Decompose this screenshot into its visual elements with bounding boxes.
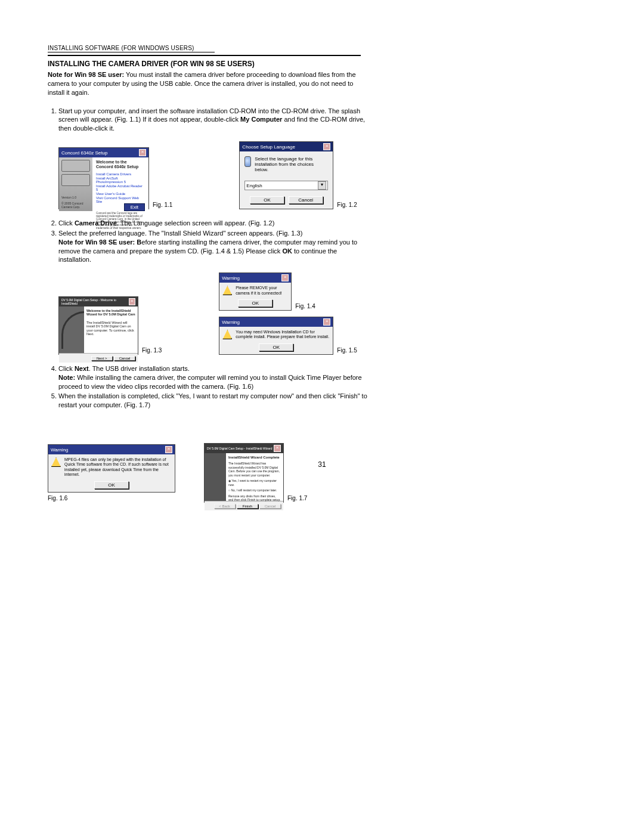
step-3: Select the preferred language. The "Inst… bbox=[58, 229, 371, 264]
version-label: Version 1.0 bbox=[61, 196, 90, 199]
step-text: While installing the camera driver, the … bbox=[58, 374, 362, 390]
window-title: Warning bbox=[222, 275, 240, 281]
wizard-graphic bbox=[59, 306, 84, 353]
exit-button[interactable]: Exit bbox=[124, 203, 145, 211]
close-icon[interactable]: × bbox=[129, 298, 135, 305]
rule bbox=[48, 55, 361, 56]
steps-list-1: Start up your computer, and insert the s… bbox=[48, 107, 371, 134]
splash-link[interactable]: View User's Guide bbox=[96, 192, 145, 196]
window-titlebar: DV 5.0M Digital Cam Setup - Welcome to I… bbox=[59, 297, 138, 306]
figure-1-4-block: Warning × Please REMOVE your camera if i… bbox=[219, 272, 357, 311]
step-text: When the installation is completed, clic… bbox=[58, 392, 367, 408]
step-bold: Note: bbox=[58, 374, 75, 381]
welcome-title: Welcome to the Concord 6340z Setup bbox=[96, 160, 145, 170]
close-icon[interactable]: × bbox=[323, 318, 330, 326]
intro-paragraph: Note for Win 98 SE user: You must instal… bbox=[48, 70, 361, 97]
figure-row-1: Concord 6340z Setup × Version 1.0 © 2005… bbox=[58, 141, 596, 209]
figure-1-5: Warning × You may need Windows Installat… bbox=[219, 317, 333, 355]
wizard-text: Remove any disks from their drives, and … bbox=[228, 494, 281, 502]
warning-icon bbox=[222, 286, 232, 295]
figure-1-1: Concord 6340z Setup × Version 1.0 © 2005… bbox=[58, 147, 149, 209]
ok-button[interactable]: OK bbox=[238, 299, 273, 307]
step-text: Select the preferred language. The "Inst… bbox=[58, 230, 302, 237]
step-text: Click bbox=[58, 365, 75, 372]
figure-caption: Fig. 1.5 bbox=[337, 347, 357, 355]
step-bold: OK bbox=[282, 247, 292, 255]
figure-caption: Fig. 1.2 bbox=[337, 202, 357, 209]
splash-link[interactable]: Install Adobe Acrobat Reader 5 bbox=[96, 184, 145, 191]
figure-caption: Fig. 1.1 bbox=[153, 202, 172, 209]
chevron-down-icon[interactable]: ▾ bbox=[318, 181, 326, 190]
close-icon[interactable]: × bbox=[165, 446, 172, 453]
window-title: Concord 6340z Setup bbox=[61, 150, 107, 156]
camera-icon bbox=[61, 160, 90, 172]
figure-1-2-block: Choose Setup Language × Select the langu… bbox=[239, 141, 357, 209]
close-icon[interactable]: × bbox=[281, 274, 289, 281]
window-titlebar: Warning × bbox=[48, 445, 175, 454]
cancel-button: Cancel bbox=[259, 504, 281, 509]
window-title: DV 5.0M Digital Cam Setup - InstallShiel… bbox=[207, 447, 273, 450]
select-value: English bbox=[246, 183, 262, 188]
figure-1-1-block: Concord 6340z Setup × Version 1.0 © 2005… bbox=[58, 147, 172, 209]
dialog-message: You may need Windows Installation CD for… bbox=[236, 330, 330, 340]
splash-sidebar: Version 1.0 © 2005 Concord Camera Corp. bbox=[59, 157, 92, 211]
cancel-button[interactable]: Cancel bbox=[289, 196, 323, 204]
splash-link[interactable]: Install Camera Drivers bbox=[96, 172, 145, 176]
figure-1-7-block: DV 5.0M Digital Cam Setup - InstallShiel… bbox=[204, 443, 307, 503]
step-bold: Note for Win 98 SE user: B bbox=[58, 239, 141, 246]
step-4: Click Next. The USB driver installation … bbox=[58, 364, 371, 391]
splash-link[interactable]: Visit Concord Support Web Site bbox=[96, 196, 145, 203]
ok-button[interactable]: OK bbox=[94, 481, 129, 489]
ok-button[interactable]: OK bbox=[250, 196, 284, 204]
window-title: Choose Setup Language bbox=[242, 144, 295, 150]
step-bold: My Computer bbox=[240, 116, 282, 123]
figure-1-2: Choose Setup Language × Select the langu… bbox=[239, 141, 333, 209]
window-titlebar: Choose Setup Language × bbox=[240, 142, 333, 151]
camera-icon bbox=[61, 174, 90, 186]
language-select[interactable]: English ▾ bbox=[244, 181, 328, 190]
cancel-button[interactable]: Cancel bbox=[114, 356, 135, 361]
close-icon[interactable]: × bbox=[323, 143, 330, 150]
figure-row-2: DV 5.0M Digital Cam Setup - Welcome to I… bbox=[58, 272, 596, 355]
step-bold: Next bbox=[75, 365, 89, 372]
wizard-heading: InstallShield Wizard Complete bbox=[228, 456, 281, 460]
figure-1-4: Warning × Please REMOVE your camera if i… bbox=[219, 272, 292, 311]
globe-icon bbox=[244, 156, 251, 167]
ok-button[interactable]: OK bbox=[259, 343, 293, 351]
warning-icon bbox=[222, 330, 232, 339]
intro-bold: Note for Win 98 SE user: bbox=[48, 71, 124, 78]
step-5: When the installation is completed, clic… bbox=[58, 392, 371, 410]
figure-caption: Fig. 1.7 bbox=[287, 495, 307, 503]
window-titlebar: DV 5.0M Digital Cam Setup - InstallShiel… bbox=[205, 444, 283, 453]
wizard-heading: Welcome to the InstallShield Wizard for … bbox=[86, 309, 135, 317]
back-button: < Back bbox=[214, 504, 236, 509]
figure-1-3: DV 5.0M Digital Cam Setup - Welcome to I… bbox=[58, 296, 138, 355]
wizard-text: The InstallShield Wizard will install DV… bbox=[86, 321, 134, 336]
dialog-message: Please REMOVE your camera if it is conne… bbox=[236, 286, 288, 296]
restart-yes-radio[interactable]: Yes, I want to restart my computer now. bbox=[228, 479, 281, 487]
section-heading: INSTALLING THE CAMERA DRIVER (FOR WIN 98… bbox=[48, 60, 596, 68]
window-title: Warning bbox=[51, 447, 69, 453]
next-button[interactable]: Next > bbox=[91, 356, 113, 361]
page: INSTALLING SOFTWARE (FOR WINDOWS USERS) … bbox=[0, 0, 644, 833]
finish-button[interactable]: Finish bbox=[237, 504, 258, 509]
close-icon[interactable]: × bbox=[139, 149, 146, 156]
figure-caption: Fig. 1.6 bbox=[48, 495, 175, 503]
splash-main: Welcome to the Concord 6340z Setup Insta… bbox=[92, 157, 148, 211]
window-title: Warning bbox=[222, 320, 240, 325]
close-icon[interactable]: × bbox=[274, 445, 281, 452]
window-titlebar: Warning × bbox=[219, 273, 291, 283]
figure-1-3-block: DV 5.0M Digital Cam Setup - Welcome to I… bbox=[58, 296, 162, 355]
legal-text: Concord and the Concord logo are registe… bbox=[96, 212, 145, 230]
restart-no-radio[interactable]: No, I will restart my computer later. bbox=[228, 488, 281, 493]
splash-link[interactable]: Install ArcSoft PhotoImpression 5 bbox=[96, 176, 145, 184]
running-head: INSTALLING SOFTWARE (FOR WINDOWS USERS) bbox=[48, 45, 215, 52]
step-text: Click bbox=[58, 219, 75, 227]
page-number: 31 bbox=[0, 460, 644, 469]
step-1: Start up your computer, and insert the s… bbox=[58, 107, 371, 134]
window-title: DV 5.0M Digital Cam Setup - Welcome to I… bbox=[61, 298, 129, 305]
figure-1-5-block: Warning × You may need Windows Installat… bbox=[219, 317, 357, 355]
figure-caption: Fig. 1.3 bbox=[142, 347, 162, 355]
figure-1-7: DV 5.0M Digital Cam Setup - InstallShiel… bbox=[204, 443, 284, 503]
window-titlebar: Concord 6340z Setup × bbox=[59, 148, 148, 157]
